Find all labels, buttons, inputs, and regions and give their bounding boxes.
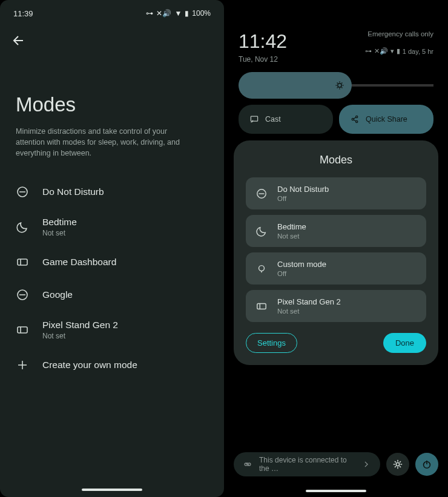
page-description: Minimize distractions and take control o… bbox=[0, 126, 206, 159]
mode-sub: Not set bbox=[42, 332, 118, 340]
clock: 11:42 bbox=[239, 30, 287, 53]
bottom-bar: This device is connected to the … bbox=[234, 452, 438, 476]
mode-item-dnd[interactable]: Do Not Disturb bbox=[8, 176, 216, 208]
chevron-right-icon bbox=[362, 459, 371, 469]
done-button[interactable]: Done bbox=[383, 333, 426, 353]
ticket-icon bbox=[255, 300, 268, 312]
brightness-slider[interactable] bbox=[239, 84, 433, 87]
vpn-icon: ⊶ bbox=[146, 9, 153, 18]
mode-sub: Not set bbox=[42, 229, 77, 237]
bulb-icon bbox=[255, 263, 268, 275]
mode-label: Create your own mode bbox=[42, 360, 137, 370]
ticket-icon bbox=[16, 323, 29, 337]
cast-icon bbox=[249, 114, 259, 124]
power-button[interactable] bbox=[415, 453, 438, 476]
mode-item-bedtime[interactable]: Bedtime Not set bbox=[8, 208, 216, 246]
mode-sub: Not set bbox=[277, 232, 306, 240]
modes-list: Do Not Disturb Bedtime Not set Game Dash… bbox=[0, 159, 224, 381]
battery-icon: ▮ bbox=[185, 9, 189, 18]
connected-pill[interactable]: This device is connected to the … bbox=[234, 452, 380, 476]
mute-icon: ✕🔊 bbox=[156, 9, 171, 18]
status-icons: ⊶ ✕🔊 ▼ ▮ 100% bbox=[146, 9, 211, 18]
plus-icon bbox=[16, 358, 29, 372]
power-icon bbox=[421, 459, 432, 470]
battery-icon: ▮ bbox=[397, 47, 400, 55]
modal-mode-pixelstand[interactable]: Pixel Stand Gen 2 Not set bbox=[246, 290, 426, 322]
dnd-icon bbox=[16, 288, 29, 301]
arrow-back-icon bbox=[11, 34, 24, 47]
mode-item-pixelstand[interactable]: Pixel Stand Gen 2 Not set bbox=[8, 311, 216, 349]
quick-settings-screen: 11:42 Tue, Nov 12 Emergency calls only ⊶… bbox=[224, 0, 448, 497]
vpn-icon: ⊶ bbox=[365, 47, 372, 55]
battery-pct: 100% bbox=[192, 9, 211, 18]
tile-label: Cast bbox=[265, 115, 281, 123]
wifi-icon: ▾ bbox=[390, 47, 394, 55]
share-icon bbox=[350, 114, 360, 124]
modal-title: Modes bbox=[246, 154, 426, 166]
mute-icon: ✕🔊 bbox=[374, 47, 388, 55]
mode-label: Do Not Disturb bbox=[277, 185, 329, 194]
mode-sub: Off bbox=[277, 195, 329, 202]
dnd-icon bbox=[16, 185, 29, 199]
create-mode-button[interactable]: Create your own mode bbox=[8, 349, 216, 381]
mode-item-google[interactable]: Google bbox=[8, 278, 216, 311]
dnd-icon bbox=[255, 188, 268, 200]
modal-mode-custom[interactable]: Custom mode Off bbox=[246, 252, 426, 285]
settings-modes-screen: 11:39 ⊶ ✕🔊 ▼ ▮ 100% Modes Minimize distr… bbox=[0, 0, 224, 497]
status-icons: ⊶ ✕🔊 ▾ ▮ 1 day, 5 hr bbox=[365, 47, 433, 55]
gear-icon bbox=[392, 459, 403, 470]
mode-label: Bedtime bbox=[42, 217, 77, 228]
mode-label: Pixel Stand Gen 2 bbox=[277, 297, 341, 306]
back-button[interactable] bbox=[0, 27, 224, 57]
wifi-icon: ▼ bbox=[174, 9, 182, 18]
mode-label: Bedtime bbox=[277, 222, 306, 231]
lock-status: 11:42 Tue, Nov 12 Emergency calls only ⊶… bbox=[224, 0, 448, 64]
modes-modal: Modes Do Not Disturb Off Bedtime Not set… bbox=[234, 140, 438, 365]
mode-label: Do Not Disturb bbox=[42, 186, 104, 197]
nav-handle[interactable] bbox=[306, 490, 366, 492]
pill-text: This device is connected to the … bbox=[259, 456, 355, 473]
mode-sub: Off bbox=[277, 270, 326, 277]
moon-icon bbox=[16, 220, 29, 234]
page-title: Modes bbox=[0, 57, 224, 126]
mode-label: Custom mode bbox=[277, 260, 326, 269]
date: Tue, Nov 12 bbox=[239, 55, 287, 64]
nav-handle[interactable] bbox=[82, 489, 142, 491]
emergency-text: Emergency calls only bbox=[365, 30, 433, 38]
status-time: 11:39 bbox=[13, 9, 33, 18]
mode-sub: Not set bbox=[277, 308, 341, 315]
status-bar: 11:39 ⊶ ✕🔊 ▼ ▮ 100% bbox=[0, 0, 224, 27]
settings-gear-button[interactable] bbox=[386, 453, 409, 476]
modal-mode-bedtime[interactable]: Bedtime Not set bbox=[246, 215, 426, 247]
tile-quickshare[interactable]: Quick Share bbox=[339, 105, 433, 134]
tile-cast[interactable]: Cast bbox=[239, 105, 333, 134]
mode-label: Google bbox=[42, 289, 73, 300]
battery-status: 1 day, 5 hr bbox=[403, 48, 433, 55]
settings-button[interactable]: Settings bbox=[246, 333, 297, 353]
tile-label: Quick Share bbox=[366, 115, 407, 123]
link-icon bbox=[243, 459, 252, 469]
mode-item-game[interactable]: Game Dashboard bbox=[8, 246, 216, 278]
modal-mode-dnd[interactable]: Do Not Disturb Off bbox=[246, 177, 426, 209]
qs-tiles: Cast Quick Share bbox=[239, 105, 433, 134]
moon-icon bbox=[255, 225, 268, 237]
brightness-icon bbox=[335, 81, 344, 90]
mode-label: Pixel Stand Gen 2 bbox=[42, 320, 118, 331]
ticket-icon bbox=[16, 255, 29, 269]
mode-label: Game Dashboard bbox=[42, 257, 116, 268]
